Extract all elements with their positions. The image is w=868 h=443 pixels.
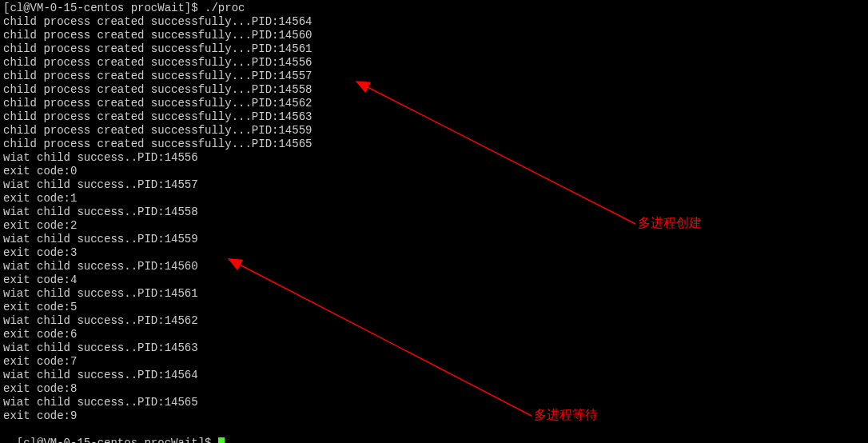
output-line: exit code:4	[3, 273, 865, 287]
output-line: child process created successfully...PID…	[3, 83, 865, 97]
output-line: exit code:9	[3, 409, 865, 423]
output-line: wiat child success..PID:14556	[3, 151, 865, 165]
shell-prompt-command: [cl@VM-0-15-centos procWait]$ ./proc	[3, 2, 865, 15]
output-line: child process created successfully...PID…	[3, 124, 865, 138]
shell-prompt-text: [cl@VM-0-15-centos procWait]$	[17, 437, 218, 443]
output-line: exit code:6	[3, 328, 865, 341]
shell-prompt[interactable]: [cl@VM-0-15-centos procWait]$	[3, 423, 865, 443]
output-line: child process created successfully...PID…	[3, 42, 865, 56]
output-line: child process created successfully...PID…	[3, 138, 865, 151]
output-line: child process created successfully...PID…	[3, 97, 865, 110]
output-line: wiat child success..PID:14565	[3, 396, 865, 409]
output-line: wiat child success..PID:14559	[3, 233, 865, 246]
output-line: child process created successfully...PID…	[3, 110, 865, 124]
output-line: wiat child success..PID:14557	[3, 178, 865, 192]
output-line: child process created successfully...PID…	[3, 15, 865, 29]
output-line: wiat child success..PID:14560	[3, 260, 865, 273]
cursor-icon	[218, 437, 225, 443]
output-line: exit code:7	[3, 355, 865, 369]
output-line: exit code:2	[3, 219, 865, 233]
output-line: exit code:0	[3, 165, 865, 178]
output-line: exit code:3	[3, 246, 865, 260]
output-line: wiat child success..PID:14563	[3, 341, 865, 355]
output-line: exit code:1	[3, 192, 865, 206]
output-line: wiat child success..PID:14561	[3, 287, 865, 301]
output-line: wiat child success..PID:14558	[3, 206, 865, 219]
output-line: exit code:5	[3, 301, 865, 314]
output-line: child process created successfully...PID…	[3, 70, 865, 83]
output-line: child process created successfully...PID…	[3, 56, 865, 70]
output-line: wiat child success..PID:14564	[3, 369, 865, 382]
output-line: exit code:8	[3, 382, 865, 396]
output-line: wiat child success..PID:14562	[3, 314, 865, 328]
output-line: child process created successfully...PID…	[3, 29, 865, 42]
